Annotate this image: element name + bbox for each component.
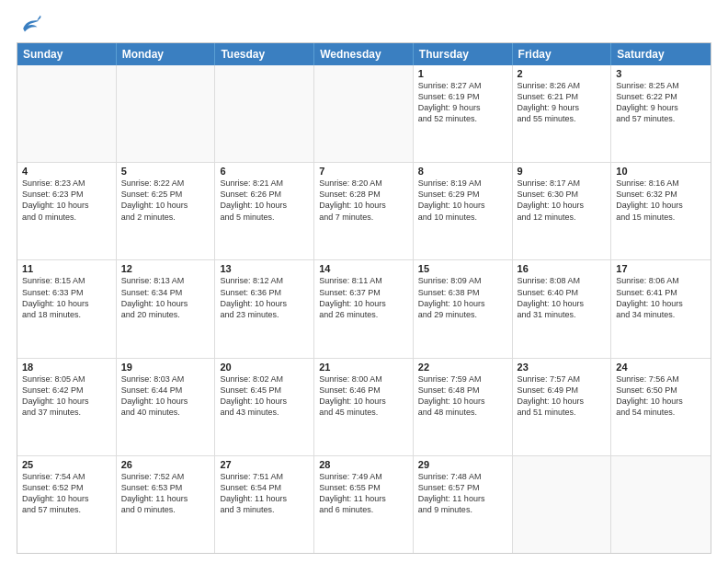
calendar-cell: 19Sunrise: 8:03 AM Sunset: 6:44 PM Dayli…: [117, 359, 216, 455]
cell-text: Sunrise: 7:52 AM Sunset: 6:53 PM Dayligh…: [121, 471, 210, 516]
calendar-cell: [314, 65, 414, 162]
cell-text: Sunrise: 8:26 AM Sunset: 6:21 PM Dayligh…: [518, 80, 607, 125]
header-cell-friday: Friday: [513, 43, 612, 65]
day-number: 23: [518, 362, 607, 373]
calendar-cell: 10Sunrise: 8:16 AM Sunset: 6:32 PM Dayli…: [611, 163, 711, 259]
cell-text: Sunrise: 8:11 AM Sunset: 6:37 PM Dayligh…: [319, 275, 408, 320]
day-number: 18: [22, 362, 111, 373]
day-number: 8: [418, 166, 507, 177]
header-cell-thursday: Thursday: [414, 43, 513, 65]
day-number: 28: [319, 459, 408, 470]
day-number: 17: [616, 263, 706, 274]
calendar-cell: 1Sunrise: 8:27 AM Sunset: 6:19 PM Daylig…: [414, 65, 513, 162]
header-cell-monday: Monday: [117, 43, 216, 65]
calendar-row-1: 1Sunrise: 8:27 AM Sunset: 6:19 PM Daylig…: [17, 65, 711, 163]
logo-icon: [17, 15, 42, 35]
calendar-cell: 23Sunrise: 7:57 AM Sunset: 6:49 PM Dayli…: [513, 359, 612, 455]
day-number: 25: [22, 459, 111, 470]
cell-text: Sunrise: 8:03 AM Sunset: 6:44 PM Dayligh…: [121, 373, 210, 419]
calendar-cell: 11Sunrise: 8:15 AM Sunset: 6:33 PM Dayli…: [17, 260, 117, 357]
calendar-row-2: 4Sunrise: 8:23 AM Sunset: 6:23 PM Daylig…: [17, 163, 711, 260]
calendar-cell: 12Sunrise: 8:13 AM Sunset: 6:34 PM Dayli…: [117, 260, 216, 357]
header-cell-tuesday: Tuesday: [215, 43, 314, 65]
calendar: SundayMondayTuesdayWednesdayThursdayFrid…: [17, 42, 711, 554]
calendar-header: SundayMondayTuesdayWednesdayThursdayFrid…: [17, 43, 711, 65]
page-header: [17, 15, 711, 35]
day-number: 6: [220, 166, 309, 177]
day-number: 29: [418, 459, 507, 470]
day-number: 27: [220, 459, 309, 470]
day-number: 12: [121, 263, 210, 274]
cell-text: Sunrise: 7:56 AM Sunset: 6:50 PM Dayligh…: [616, 373, 706, 419]
header-cell-wednesday: Wednesday: [314, 43, 414, 65]
day-number: 24: [616, 362, 706, 373]
cell-text: Sunrise: 8:16 AM Sunset: 6:32 PM Dayligh…: [616, 178, 706, 223]
calendar-cell: 5Sunrise: 8:22 AM Sunset: 6:25 PM Daylig…: [117, 163, 216, 259]
day-number: 16: [518, 263, 607, 274]
cell-text: Sunrise: 8:00 AM Sunset: 6:46 PM Dayligh…: [319, 373, 408, 419]
day-number: 7: [319, 166, 408, 177]
day-number: 22: [418, 362, 507, 373]
cell-text: Sunrise: 8:25 AM Sunset: 6:22 PM Dayligh…: [616, 80, 706, 125]
day-number: 21: [319, 362, 408, 373]
day-number: 19: [121, 362, 210, 373]
calendar-cell: 25Sunrise: 7:54 AM Sunset: 6:52 PM Dayli…: [17, 456, 117, 553]
calendar-cell: 14Sunrise: 8:11 AM Sunset: 6:37 PM Dayli…: [314, 260, 414, 357]
cell-text: Sunrise: 8:13 AM Sunset: 6:34 PM Dayligh…: [121, 275, 210, 320]
cell-text: Sunrise: 8:20 AM Sunset: 6:28 PM Dayligh…: [319, 178, 408, 223]
cell-text: Sunrise: 7:57 AM Sunset: 6:49 PM Dayligh…: [518, 373, 607, 419]
header-cell-saturday: Saturday: [611, 43, 711, 65]
day-number: 15: [418, 263, 507, 274]
cell-text: Sunrise: 8:27 AM Sunset: 6:19 PM Dayligh…: [418, 80, 507, 125]
calendar-cell: 16Sunrise: 8:08 AM Sunset: 6:40 PM Dayli…: [513, 260, 612, 357]
cell-text: Sunrise: 8:19 AM Sunset: 6:29 PM Dayligh…: [418, 178, 507, 223]
calendar-cell: 7Sunrise: 8:20 AM Sunset: 6:28 PM Daylig…: [314, 163, 414, 259]
cell-text: Sunrise: 8:06 AM Sunset: 6:41 PM Dayligh…: [616, 275, 706, 320]
cell-text: Sunrise: 8:21 AM Sunset: 6:26 PM Dayligh…: [220, 178, 309, 223]
calendar-cell: 18Sunrise: 8:05 AM Sunset: 6:42 PM Dayli…: [17, 359, 117, 455]
calendar-body: 1Sunrise: 8:27 AM Sunset: 6:19 PM Daylig…: [17, 65, 711, 553]
day-number: 1: [418, 68, 507, 79]
calendar-cell: 4Sunrise: 8:23 AM Sunset: 6:23 PM Daylig…: [17, 163, 117, 259]
calendar-cell: [17, 65, 117, 162]
cell-text: Sunrise: 8:22 AM Sunset: 6:25 PM Dayligh…: [121, 178, 210, 223]
calendar-cell: 27Sunrise: 7:51 AM Sunset: 6:54 PM Dayli…: [215, 456, 314, 553]
day-number: 11: [22, 263, 111, 274]
cell-text: Sunrise: 7:54 AM Sunset: 6:52 PM Dayligh…: [22, 471, 111, 516]
day-number: 3: [616, 68, 706, 79]
calendar-cell: 15Sunrise: 8:09 AM Sunset: 6:38 PM Dayli…: [414, 260, 513, 357]
calendar-cell: [215, 65, 314, 162]
cell-text: Sunrise: 8:17 AM Sunset: 6:30 PM Dayligh…: [518, 178, 607, 223]
calendar-cell: 28Sunrise: 7:49 AM Sunset: 6:55 PM Dayli…: [314, 456, 414, 553]
calendar-cell: 9Sunrise: 8:17 AM Sunset: 6:30 PM Daylig…: [513, 163, 612, 259]
calendar-cell: 26Sunrise: 7:52 AM Sunset: 6:53 PM Dayli…: [117, 456, 216, 553]
day-number: 14: [319, 263, 408, 274]
day-number: 2: [518, 68, 607, 79]
cell-text: Sunrise: 7:48 AM Sunset: 6:57 PM Dayligh…: [418, 471, 507, 516]
calendar-cell: 17Sunrise: 8:06 AM Sunset: 6:41 PM Dayli…: [611, 260, 711, 357]
cell-text: Sunrise: 8:05 AM Sunset: 6:42 PM Dayligh…: [22, 373, 111, 419]
calendar-cell: 22Sunrise: 7:59 AM Sunset: 6:48 PM Dayli…: [414, 359, 513, 455]
cell-text: Sunrise: 7:49 AM Sunset: 6:55 PM Dayligh…: [319, 471, 408, 516]
calendar-cell: 29Sunrise: 7:48 AM Sunset: 6:57 PM Dayli…: [414, 456, 513, 553]
cell-text: Sunrise: 8:12 AM Sunset: 6:36 PM Dayligh…: [220, 275, 309, 320]
calendar-cell: 24Sunrise: 7:56 AM Sunset: 6:50 PM Dayli…: [611, 359, 711, 455]
calendar-cell: [117, 65, 216, 162]
cell-text: Sunrise: 8:09 AM Sunset: 6:38 PM Dayligh…: [418, 275, 507, 320]
calendar-cell: 3Sunrise: 8:25 AM Sunset: 6:22 PM Daylig…: [611, 65, 711, 162]
calendar-row-3: 11Sunrise: 8:15 AM Sunset: 6:33 PM Dayli…: [17, 260, 711, 358]
cell-text: Sunrise: 8:08 AM Sunset: 6:40 PM Dayligh…: [518, 275, 607, 320]
cell-text: Sunrise: 7:51 AM Sunset: 6:54 PM Dayligh…: [220, 471, 309, 516]
logo: [17, 15, 44, 35]
cell-text: Sunrise: 8:02 AM Sunset: 6:45 PM Dayligh…: [220, 373, 309, 419]
calendar-cell: 20Sunrise: 8:02 AM Sunset: 6:45 PM Dayli…: [215, 359, 314, 455]
calendar-cell: 6Sunrise: 8:21 AM Sunset: 6:26 PM Daylig…: [215, 163, 314, 259]
cell-text: Sunrise: 8:23 AM Sunset: 6:23 PM Dayligh…: [22, 178, 111, 223]
day-number: 5: [121, 166, 210, 177]
calendar-cell: 2Sunrise: 8:26 AM Sunset: 6:21 PM Daylig…: [513, 65, 612, 162]
calendar-cell: 21Sunrise: 8:00 AM Sunset: 6:46 PM Dayli…: [314, 359, 414, 455]
day-number: 13: [220, 263, 309, 274]
cell-text: Sunrise: 7:59 AM Sunset: 6:48 PM Dayligh…: [418, 373, 507, 419]
calendar-cell: [513, 456, 612, 553]
calendar-cell: [611, 456, 711, 553]
